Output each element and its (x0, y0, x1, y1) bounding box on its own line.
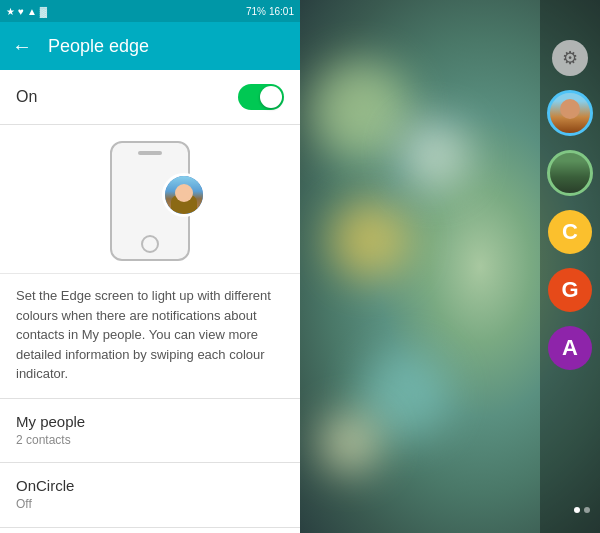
status-right-icons: 71% 16:01 (246, 6, 294, 17)
back-button[interactable]: ← (12, 35, 32, 58)
status-left-icons: ★ ♥ ▲ ▓ (6, 6, 47, 17)
avatar-face (165, 176, 203, 214)
oncircle-row[interactable]: OnCircle Off (0, 463, 300, 528)
oncircle-sub: Off (16, 496, 284, 513)
battery-percent: 71% (246, 6, 266, 17)
phone-home-button (141, 235, 159, 253)
status-bar: ★ ♥ ▲ ▓ 71% 16:01 (0, 0, 300, 22)
headphone-icon: ♥ (18, 6, 24, 17)
toggle-knob (260, 86, 282, 108)
edge-avatar-2[interactable] (547, 150, 593, 196)
avatar-on-phone (162, 173, 206, 217)
settings-content: On Set the Edge screen to light up with … (0, 70, 300, 533)
right-panel: ⚙ C G A (300, 0, 600, 533)
phone-illustration (0, 125, 300, 274)
edge-avatar-1[interactable] (547, 90, 593, 136)
phone-speaker (138, 151, 162, 155)
my-people-sub: 2 contacts (16, 432, 284, 449)
app-header: ← People edge (0, 22, 300, 70)
bokeh-1 (310, 60, 410, 160)
left-panel: ★ ♥ ▲ ▓ 71% 16:01 ← People edge On (0, 0, 300, 533)
edge-contact-g[interactable]: G (548, 268, 592, 312)
description-text: Set the Edge screen to light up with dif… (0, 274, 300, 399)
bluetooth-icon: ★ (6, 6, 15, 17)
page-title: People edge (48, 36, 149, 57)
time: 16:01 (269, 6, 294, 17)
oncircle-title: OnCircle (16, 477, 284, 494)
bokeh-5 (320, 413, 380, 473)
on-off-label: On (16, 88, 37, 106)
on-off-row: On (0, 70, 300, 125)
dot-1 (574, 507, 580, 513)
bokeh-2 (330, 200, 410, 280)
wifi-icon: ▲ (27, 6, 37, 17)
edge-contact-a[interactable]: A (548, 326, 592, 370)
phone-frame (110, 141, 190, 261)
alert-row[interactable]: Alert when picking up Receive alerts if … (0, 528, 300, 533)
my-people-row[interactable]: My people 2 contacts (0, 399, 300, 464)
edge-strip: ⚙ C G A (540, 0, 600, 533)
dot-2 (584, 507, 590, 513)
dots-indicator (574, 507, 590, 513)
on-off-toggle[interactable] (238, 84, 284, 110)
edge-contact-c[interactable]: C (548, 210, 592, 254)
bokeh-4 (400, 120, 470, 190)
my-people-title: My people (16, 413, 284, 430)
gear-icon[interactable]: ⚙ (552, 40, 588, 76)
signal-icon: ▓ (40, 6, 47, 17)
